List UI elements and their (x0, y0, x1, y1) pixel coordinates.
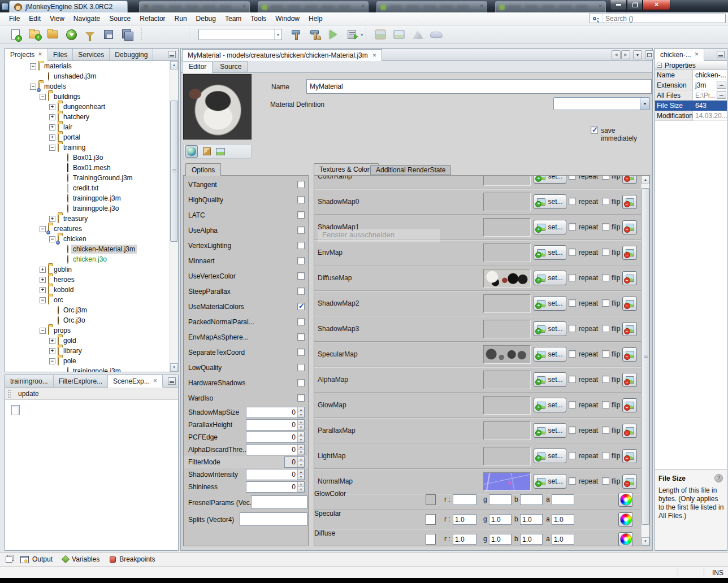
tree-node[interactable]: −models (5, 81, 170, 92)
tab-projects[interactable]: Projects✕ (5, 49, 48, 61)
close-icon[interactable]: ✕ (38, 52, 42, 57)
expand-handle-icon[interactable]: + (49, 124, 55, 130)
latc-checkbox[interactable] (297, 211, 305, 219)
tree-node[interactable]: chicken.j3o (5, 254, 170, 264)
flip-checkbox[interactable] (602, 249, 609, 256)
channel-input[interactable]: 1.0 (453, 514, 476, 525)
tree-node[interactable]: +treasury (5, 214, 170, 224)
color-picker-button[interactable] (618, 493, 633, 507)
remove-texture-button[interactable] (622, 398, 637, 412)
toolbar-grip[interactable] (8, 390, 11, 398)
set-texture-button[interactable]: set... (534, 474, 566, 489)
search-icon[interactable]: ▾ (590, 14, 603, 23)
channel-input[interactable] (520, 494, 543, 505)
remove-texture-button[interactable] (622, 195, 637, 209)
remove-texture-button[interactable] (622, 220, 637, 234)
menu-view[interactable]: View (45, 13, 69, 24)
usevertexcolor-checkbox[interactable] (297, 272, 305, 280)
flip-checkbox[interactable] (602, 325, 609, 332)
expand-handle-icon[interactable]: + (40, 287, 46, 293)
minimize-panel-icon[interactable] (168, 51, 176, 58)
set-texture-button[interactable]: set... (534, 423, 566, 438)
tab-additional-renderstate[interactable]: Additional RenderState (370, 165, 451, 175)
scrollbar-thumb[interactable] (170, 101, 178, 242)
spinner-arrows-icon[interactable]: ▲▼ (297, 457, 304, 467)
remove-texture-button[interactable] (622, 373, 637, 387)
separatetexcoord-checkbox[interactable] (297, 349, 305, 356)
texture-thumbnail[interactable] (483, 269, 531, 288)
color-swatch[interactable] (426, 514, 436, 525)
fresnelparams-vec-input[interactable] (251, 495, 307, 509)
alphadiscardthre-spinner[interactable]: 0▲▼ (246, 444, 305, 455)
tree-node[interactable]: +portal (5, 132, 170, 142)
set-texture-button[interactable]: set... (534, 194, 566, 209)
shininess-spinner[interactable]: 0▲▼ (246, 481, 305, 493)
expand-handle-icon[interactable]: + (49, 216, 55, 222)
tree-node[interactable]: Orc.j3o (5, 315, 170, 325)
tree-node[interactable]: TrainingGround.j3m (5, 173, 170, 183)
save-all-button[interactable] (120, 27, 135, 42)
spinner-arrows-icon[interactable]: ▲▼ (297, 407, 304, 417)
set-texture-button[interactable]: set... (534, 321, 566, 336)
menu-run[interactable]: Run (170, 13, 192, 24)
repeat-checkbox[interactable] (569, 477, 576, 485)
scrollbar-thumb[interactable] (642, 188, 649, 525)
tab-debugging[interactable]: Debugging (110, 49, 153, 60)
property-row[interactable]: Modification T14.03.20... (655, 111, 727, 121)
tree-node[interactable]: +lair (5, 122, 170, 132)
repeat-checkbox[interactable] (569, 198, 576, 205)
minimize-button[interactable] (610, 0, 627, 10)
background-browser-tab[interactable]: ✕ (376, 1, 487, 12)
set-texture-button[interactable]: set... (534, 347, 566, 362)
channel-input[interactable] (552, 494, 574, 505)
repeat-checkbox[interactable] (569, 223, 576, 230)
tree-node[interactable]: −props (5, 325, 170, 336)
repeat-checkbox[interactable] (569, 401, 576, 408)
image-icon[interactable] (216, 148, 225, 155)
tree-node[interactable]: unshaded.j3m (5, 71, 170, 81)
close-icon[interactable]: ✕ (153, 378, 158, 384)
repeat-checkbox[interactable] (569, 376, 576, 383)
tab-trainingroo[interactable]: trainingroo... (5, 375, 54, 387)
minimize-panel-icon[interactable] (168, 377, 176, 385)
expand-handle-icon[interactable]: − (40, 94, 46, 100)
expand-handle-icon[interactable]: + (49, 338, 55, 344)
tab-files[interactable]: Files (48, 49, 73, 60)
channel-input[interactable]: 1.0 (552, 514, 574, 525)
expand-handle-icon[interactable]: + (49, 134, 55, 141)
property-row[interactable]: File Size643 (655, 101, 727, 111)
help-icon[interactable]: ? (714, 474, 723, 482)
menu-help[interactable]: Help (304, 13, 327, 24)
remove-texture-button[interactable] (622, 297, 637, 311)
channel-input[interactable]: 1.0 (453, 534, 476, 545)
maximize-editor-button[interactable] (645, 50, 654, 59)
usealpha-checkbox[interactable] (297, 227, 305, 234)
filtermode-spinner[interactable]: 0▲▼ (284, 456, 305, 468)
repeat-checkbox[interactable] (569, 452, 576, 459)
tab-sceneexp[interactable]: SceneExp...✕ (108, 375, 163, 388)
set-texture-button[interactable]: set... (534, 296, 566, 311)
parallaxheight-spinner[interactable]: 0▲▼ (246, 419, 305, 430)
hardwareshadows-checkbox[interactable] (297, 379, 305, 386)
options-tab[interactable]: Options (185, 163, 221, 176)
save-button[interactable] (101, 27, 116, 42)
set-texture-button[interactable]: set... (534, 372, 566, 387)
update-button[interactable]: update (14, 389, 43, 399)
cube-icon[interactable] (203, 147, 211, 155)
close-button[interactable]: ✕ (643, 0, 670, 10)
open-project-button[interactable] (45, 27, 60, 42)
expand-handle-icon[interactable]: − (49, 358, 55, 364)
pcfedge-spinner[interactable]: 0▲▼ (246, 432, 305, 443)
highquality-checkbox[interactable] (297, 196, 305, 203)
ellipsis-button[interactable]: ... (717, 91, 726, 99)
texture-thumbnail[interactable] (483, 320, 531, 338)
tree-node[interactable]: Box01.mesh (5, 163, 170, 173)
tab-chicken[interactable]: chicken-...✕ (655, 49, 704, 61)
background-browser-tab[interactable]: ✕ (139, 1, 250, 12)
tree-node[interactable]: −buildings (5, 92, 170, 102)
maximize-button[interactable] (627, 0, 643, 10)
background-browser-tab[interactable]: ✕ (495, 1, 606, 12)
tree-node[interactable]: trainingpole.j3m (5, 193, 170, 203)
color-picker-button[interactable] (618, 512, 633, 527)
repeat-checkbox[interactable] (569, 325, 576, 332)
